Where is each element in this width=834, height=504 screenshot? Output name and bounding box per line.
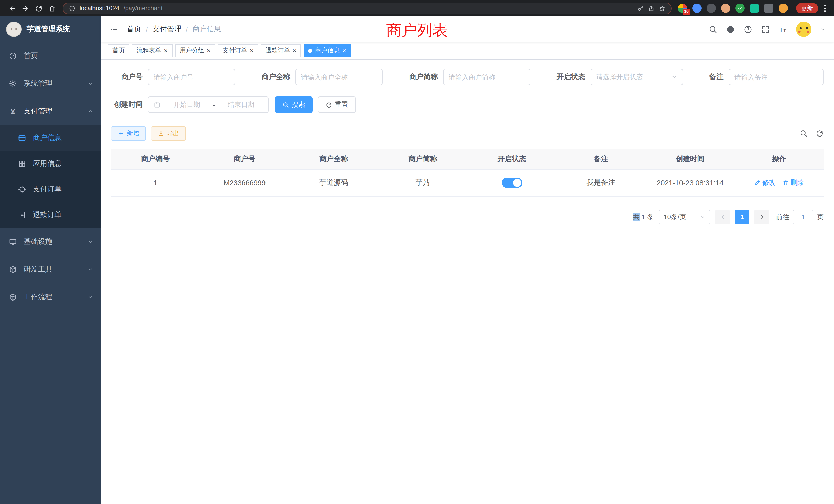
tab-label: 支付订单 [222, 46, 247, 55]
chevron-down-icon [671, 74, 677, 80]
font-size-icon[interactable]: TT [778, 25, 787, 33]
sidebar-item-label: 工作流程 [24, 293, 52, 302]
extension-icon-check[interactable] [736, 4, 745, 13]
dashboard-icon [8, 52, 18, 60]
full-name-input[interactable] [295, 69, 383, 85]
tab-payment-orders[interactable]: 支付订单× [218, 44, 258, 57]
back-icon[interactable] [5, 2, 19, 15]
chevron-down-icon [87, 266, 93, 273]
share-icon[interactable] [648, 5, 655, 12]
next-page-button[interactable] [754, 210, 769, 224]
page-size-select[interactable]: 10条/页 [659, 210, 710, 224]
trash-icon [783, 180, 789, 186]
reset-button-label: 重置 [335, 100, 348, 109]
avatar-caret-icon[interactable] [820, 26, 826, 32]
sidebar-item-label: 支付管理 [24, 107, 52, 116]
browser-toolbar: localhost:1024/pay/merchant 10 更新 [0, 0, 834, 17]
export-button[interactable]: 导出 [151, 126, 186, 141]
sidebar-item-payment-orders[interactable]: 支付订单 [0, 177, 101, 202]
prev-page-button[interactable] [716, 210, 730, 224]
extension-icon-blue[interactable] [692, 4, 702, 13]
sidebar-item-label: 研发工具 [24, 265, 52, 274]
sidebar-item-system[interactable]: 系统管理 [0, 70, 101, 97]
tab-close-icon[interactable]: × [164, 47, 168, 54]
extension-badge: 10 [682, 9, 690, 15]
search-icon[interactable] [709, 25, 718, 33]
chevron-right-icon [758, 213, 765, 220]
breadcrumb-item[interactable]: 支付管理 [153, 25, 181, 34]
total-suffix: 条 [647, 213, 654, 221]
tab-refund-orders[interactable]: 退款订单× [261, 44, 301, 57]
add-button[interactable]: 新增 [111, 126, 146, 141]
tab-merchant-info[interactable]: 商户信息× [304, 44, 351, 57]
browser-menu-icon[interactable] [821, 5, 829, 12]
tab-close-icon[interactable]: × [249, 47, 254, 54]
short-name-input[interactable] [443, 69, 530, 85]
tab-close-icon[interactable]: × [293, 47, 297, 54]
sidebar-logo[interactable]: 芋道管理系统 [0, 17, 101, 42]
address-bar[interactable]: localhost:1024/pay/merchant [63, 2, 672, 14]
tab-close-icon[interactable]: × [342, 47, 346, 54]
sidebar-item-workflow[interactable]: 工作流程 [0, 283, 101, 311]
extension-icon-colorful[interactable]: 10 [678, 4, 687, 13]
refresh-table-icon[interactable] [815, 129, 824, 138]
sidebar-item-home[interactable]: 首页 [0, 42, 101, 70]
extension-icon-green-square[interactable] [750, 4, 759, 13]
tab-home[interactable]: 首页 [108, 44, 129, 57]
goto-page-input[interactable] [793, 210, 813, 224]
status-toggle[interactable] [502, 178, 522, 188]
tab-process-form[interactable]: 流程表单× [132, 44, 172, 57]
calendar-icon [154, 101, 161, 108]
sidebar-item-dev-tools[interactable]: 研发工具 [0, 256, 101, 283]
fullscreen-icon[interactable] [761, 25, 770, 33]
search-button[interactable]: 搜索 [275, 96, 313, 113]
password-key-icon[interactable] [637, 5, 644, 12]
forward-icon[interactable] [19, 2, 32, 15]
status-select-placeholder: 请选择开启状态 [596, 72, 643, 82]
cell-short-name: 芋艿 [378, 169, 467, 196]
breadcrumb-item[interactable]: 首页 [127, 25, 141, 34]
cell-merchant-id: 1 [111, 169, 200, 196]
github-icon[interactable] [726, 25, 735, 33]
status-select[interactable]: 请选择开启状态 [591, 69, 683, 85]
extension-icon-dark[interactable] [707, 4, 716, 13]
column-header: 商户号 [200, 149, 289, 169]
reload-icon[interactable] [32, 2, 45, 15]
total-count: 1 [641, 213, 645, 221]
bookmark-star-icon[interactable] [659, 5, 665, 12]
column-header: 备注 [556, 149, 645, 169]
tags-view-bar: 首页 流程表单× 用户分组× 支付订单× 退款订单× 商户信息× [101, 42, 834, 60]
sidebar-item-infrastructure[interactable]: 基础设施 [0, 228, 101, 256]
sidebar-item-payment[interactable]: ¥ 支付管理 [0, 97, 101, 125]
user-avatar[interactable] [796, 22, 811, 37]
site-info-icon[interactable] [69, 5, 75, 12]
sidebar-item-label: 退款订单 [33, 210, 62, 220]
help-icon[interactable] [744, 25, 752, 33]
toggle-search-icon[interactable] [799, 129, 808, 138]
filter-label: 开启状态 [557, 72, 586, 82]
main-area: 首页 / 支付管理 / 商户信息 TT 首页 流程表 [101, 17, 834, 504]
remark-input[interactable] [729, 69, 824, 85]
browser-update-button[interactable]: 更新 [796, 3, 818, 13]
top-navbar: 首页 / 支付管理 / 商户信息 TT [101, 17, 834, 42]
tab-close-icon[interactable]: × [207, 47, 211, 54]
extension-icon-avatar[interactable] [721, 4, 730, 13]
home-icon[interactable] [45, 2, 59, 15]
sidebar: 芋道管理系统 首页 系统管理 ¥ 支付管理 [0, 17, 101, 504]
extension-icon-orange[interactable] [778, 4, 788, 13]
tab-user-group[interactable]: 用户分组× [175, 44, 215, 57]
sidebar-item-refund-orders[interactable]: 退款订单 [0, 202, 101, 228]
sidebar-toggle-icon[interactable] [109, 24, 118, 34]
breadcrumb-separator: / [146, 25, 148, 33]
reset-button[interactable]: 重置 [318, 96, 356, 113]
merchant-no-input[interactable] [148, 69, 235, 85]
sidebar-item-app-info[interactable]: 应用信息 [0, 151, 101, 177]
extension-icon-gray-square[interactable] [764, 4, 773, 13]
chevron-down-icon [87, 81, 93, 87]
page-number-button[interactable]: 1 [735, 210, 749, 224]
date-range-picker[interactable]: 开始日期 - 结束日期 [148, 96, 269, 113]
app-title: 芋道管理系统 [27, 25, 70, 34]
delete-link[interactable]: 删除 [783, 178, 804, 187]
sidebar-item-merchant-info[interactable]: 商户信息 [0, 125, 101, 151]
edit-link[interactable]: 修改 [755, 178, 776, 187]
